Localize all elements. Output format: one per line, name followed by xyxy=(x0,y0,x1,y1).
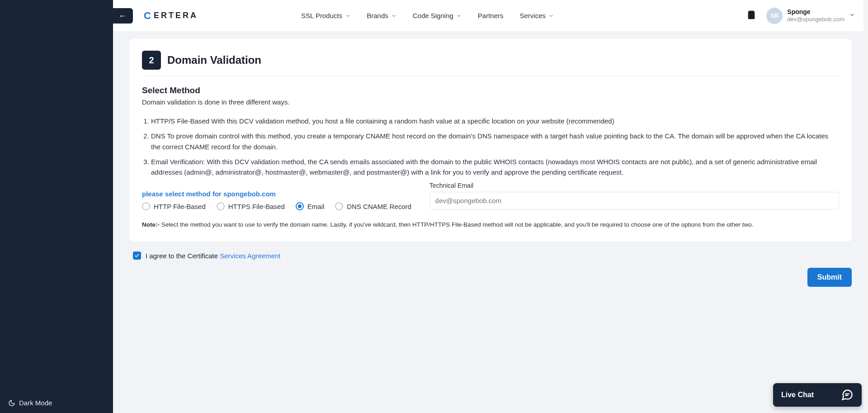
user-caret xyxy=(849,12,855,20)
nav-brands[interactable]: Brands xyxy=(367,12,396,19)
nav-label: Code Signing xyxy=(413,12,453,19)
chevron-down-icon xyxy=(849,12,855,18)
step-header: 2 Domain Validation xyxy=(142,51,839,70)
topbar-right: SB Sponge dev@spongebob.com xyxy=(746,8,855,24)
back-button[interactable]: ← xyxy=(113,8,133,24)
dark-mode-toggle[interactable]: Dark Mode xyxy=(0,393,113,413)
logo-text: ERTERA xyxy=(154,11,198,20)
radio-label: HTTP File-Based xyxy=(154,203,206,210)
agree-row: I agree to the Certificate Services Agre… xyxy=(133,252,848,260)
step-number-badge: 2 xyxy=(142,51,161,70)
moon-icon xyxy=(8,399,15,407)
live-chat-label: Live Chat xyxy=(781,391,814,399)
sidebar: Dark Mode xyxy=(0,0,113,413)
domain-validation-card: 2 Domain Validation Select Method Domain… xyxy=(129,39,852,242)
radio-label: HTTPS File-Based xyxy=(228,203,285,210)
technical-email-label: Technical Email xyxy=(429,182,839,189)
check-icon xyxy=(134,253,140,258)
technical-email-input[interactable] xyxy=(429,192,839,209)
chevron-down-icon xyxy=(345,13,350,19)
step-title: Domain Validation xyxy=(167,54,261,66)
user-text: Sponge dev@spongebob.com xyxy=(787,8,844,23)
avatar: SB xyxy=(766,8,783,24)
scrollbar-track[interactable] xyxy=(863,0,868,413)
section-subtitle: Domain validation is done in three diffe… xyxy=(142,98,839,106)
nav-code-signing[interactable]: Code Signing xyxy=(413,12,462,19)
shopping-bag-icon xyxy=(746,10,756,20)
list-item: Email Verification: With this DCV valida… xyxy=(151,157,839,178)
note-text: Note:- Select the method you want to use… xyxy=(142,220,839,230)
note-body: Select the method you want to use to ver… xyxy=(161,221,754,228)
user-email: dev@spongebob.com xyxy=(787,16,844,23)
method-selection-left: please select method for spongebob.com H… xyxy=(142,182,411,210)
nav-label: SSL Products xyxy=(301,12,342,19)
nav-label: Partners xyxy=(478,12,504,19)
radio-https-file[interactable]: HTTPS File-Based xyxy=(217,202,285,210)
list-item: HTTP/S File-Based With this DCV validati… xyxy=(151,116,839,126)
submit-row: Submit xyxy=(129,268,852,287)
method-radios: HTTP File-Based HTTPS File-Based Email xyxy=(142,202,411,210)
radio-label: Email xyxy=(307,203,325,210)
technical-email-group: Technical Email xyxy=(429,182,839,209)
nav-partners[interactable]: Partners xyxy=(478,12,504,19)
chevron-down-icon xyxy=(391,13,396,19)
main-area: ← CERTERA SSL Products Brands Code Signi… xyxy=(113,0,868,413)
chevron-down-icon xyxy=(456,13,462,19)
select-method-label: please select method for spongebob.com xyxy=(142,190,411,198)
note-prefix: Note:- xyxy=(142,221,161,228)
method-list: HTTP/S File-Based With this DCV validati… xyxy=(142,116,839,177)
user-name: Sponge xyxy=(787,8,844,16)
content-scroll[interactable]: 2 Domain Validation Select Method Domain… xyxy=(113,32,868,413)
radio-icon xyxy=(296,202,304,210)
nav-label: Brands xyxy=(367,12,388,19)
logo[interactable]: CERTERA xyxy=(144,10,198,22)
chevron-down-icon xyxy=(548,13,554,19)
nav-services[interactable]: Services xyxy=(520,12,554,19)
logo-mark: C xyxy=(144,10,151,22)
topbar: CERTERA SSL Products Brands Code Signing… xyxy=(113,0,868,32)
nav-label: Services xyxy=(520,12,546,19)
submit-button[interactable]: Submit xyxy=(807,268,852,287)
section-title: Select Method xyxy=(142,85,839,95)
nav-ssl-products[interactable]: SSL Products xyxy=(301,12,350,19)
arrow-left-icon: ← xyxy=(118,11,127,20)
live-chat-button[interactable]: Live Chat xyxy=(773,383,862,407)
chat-icon xyxy=(841,389,854,401)
cart-button[interactable] xyxy=(746,10,756,22)
radio-email[interactable]: Email xyxy=(296,202,325,210)
user-menu[interactable]: SB Sponge dev@spongebob.com xyxy=(766,8,855,24)
services-agreement-link[interactable]: Services Agreement xyxy=(220,252,280,260)
divider xyxy=(142,76,839,76)
radio-dns-cname[interactable]: DNS CNAME Record xyxy=(335,202,411,210)
agree-text: I agree to the Certificate Services Agre… xyxy=(146,252,281,260)
dark-mode-label: Dark Mode xyxy=(19,399,52,407)
top-nav: SSL Products Brands Code Signing Partner… xyxy=(301,12,554,19)
radio-http-file[interactable]: HTTP File-Based xyxy=(142,202,206,210)
agree-checkbox[interactable] xyxy=(133,252,141,260)
radio-icon xyxy=(217,202,225,210)
method-selection-row: please select method for spongebob.com H… xyxy=(142,182,839,210)
list-item: DNS To prove domain control with this me… xyxy=(151,131,839,152)
radio-label: DNS CNAME Record xyxy=(347,203,411,210)
radio-icon xyxy=(142,202,150,210)
radio-icon xyxy=(335,202,343,210)
